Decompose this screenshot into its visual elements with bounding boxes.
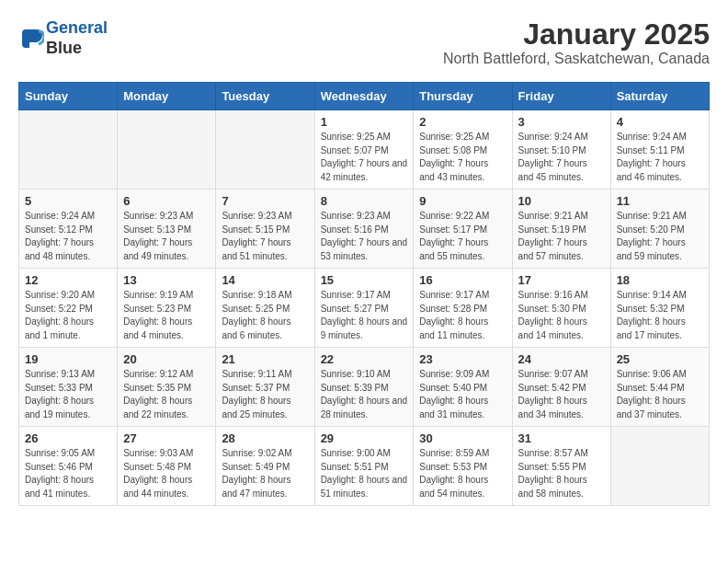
day-info: Sunrise: 9:25 AM Sunset: 5:07 PM Dayligh… <box>321 131 408 184</box>
title-block: January 2025 North Battleford, Saskatche… <box>443 18 710 67</box>
calendar-cell: 13Sunrise: 9:19 AM Sunset: 5:23 PM Dayli… <box>118 269 216 348</box>
day-number: 14 <box>222 273 308 287</box>
calendar-cell: 10Sunrise: 9:21 AM Sunset: 5:19 PM Dayli… <box>512 190 610 269</box>
day-info: Sunrise: 8:59 AM Sunset: 5:53 PM Dayligh… <box>419 447 506 500</box>
day-number: 29 <box>321 431 408 445</box>
day-info: Sunrise: 9:24 AM Sunset: 5:11 PM Dayligh… <box>617 131 703 184</box>
calendar-week-row: 19Sunrise: 9:13 AM Sunset: 5:33 PM Dayli… <box>19 348 710 427</box>
day-number: 27 <box>123 431 210 445</box>
day-number: 10 <box>518 194 605 208</box>
day-info: Sunrise: 9:21 AM Sunset: 5:19 PM Dayligh… <box>518 210 605 263</box>
weekday-header: Thursday <box>414 83 512 110</box>
day-number: 3 <box>518 115 605 129</box>
day-info: Sunrise: 9:24 AM Sunset: 5:12 PM Dayligh… <box>25 210 111 263</box>
day-number: 28 <box>222 431 308 445</box>
day-info: Sunrise: 9:14 AM Sunset: 5:32 PM Dayligh… <box>617 289 703 342</box>
day-number: 21 <box>222 352 308 366</box>
calendar-cell: 15Sunrise: 9:17 AM Sunset: 5:27 PM Dayli… <box>314 269 414 348</box>
day-number: 4 <box>617 115 703 129</box>
day-info: Sunrise: 9:03 AM Sunset: 5:48 PM Dayligh… <box>123 447 210 500</box>
day-info: Sunrise: 9:23 AM Sunset: 5:13 PM Dayligh… <box>123 210 210 263</box>
weekday-header: Monday <box>118 83 216 110</box>
day-number: 31 <box>518 431 605 445</box>
day-number: 7 <box>222 194 308 208</box>
calendar-cell: 25Sunrise: 9:06 AM Sunset: 5:44 PM Dayli… <box>610 348 709 427</box>
calendar-cell: 5Sunrise: 9:24 AM Sunset: 5:12 PM Daylig… <box>19 190 118 269</box>
day-number: 24 <box>518 352 605 366</box>
day-info: Sunrise: 9:09 AM Sunset: 5:40 PM Dayligh… <box>419 368 506 421</box>
logo-text: General Blue <box>46 18 108 58</box>
calendar-week-row: 1Sunrise: 9:25 AM Sunset: 5:07 PM Daylig… <box>19 110 710 190</box>
calendar-cell: 22Sunrise: 9:10 AM Sunset: 5:39 PM Dayli… <box>314 348 414 427</box>
day-info: Sunrise: 8:57 AM Sunset: 5:55 PM Dayligh… <box>518 447 605 500</box>
day-number: 26 <box>25 431 111 445</box>
calendar-table: SundayMondayTuesdayWednesdayThursdayFrid… <box>18 82 710 506</box>
day-info: Sunrise: 9:17 AM Sunset: 5:27 PM Dayligh… <box>321 289 408 342</box>
day-number: 5 <box>25 194 111 208</box>
day-number: 12 <box>25 273 111 287</box>
day-number: 6 <box>123 194 210 208</box>
day-info: Sunrise: 9:23 AM Sunset: 5:16 PM Dayligh… <box>321 210 408 263</box>
calendar-cell: 27Sunrise: 9:03 AM Sunset: 5:48 PM Dayli… <box>118 427 216 506</box>
calendar-cell: 21Sunrise: 9:11 AM Sunset: 5:37 PM Dayli… <box>216 348 314 427</box>
calendar-cell: 17Sunrise: 9:16 AM Sunset: 5:30 PM Dayli… <box>512 269 610 348</box>
calendar-cell <box>610 427 709 506</box>
day-number: 2 <box>419 115 506 129</box>
day-number: 1 <box>321 115 408 129</box>
day-info: Sunrise: 9:11 AM Sunset: 5:37 PM Dayligh… <box>222 368 308 421</box>
logo-line2: Blue <box>46 39 108 59</box>
day-info: Sunrise: 9:07 AM Sunset: 5:42 PM Dayligh… <box>518 368 605 421</box>
calendar-cell: 7Sunrise: 9:23 AM Sunset: 5:15 PM Daylig… <box>216 190 314 269</box>
calendar-cell: 9Sunrise: 9:22 AM Sunset: 5:17 PM Daylig… <box>414 190 512 269</box>
day-info: Sunrise: 9:12 AM Sunset: 5:35 PM Dayligh… <box>123 368 210 421</box>
calendar-header-row: SundayMondayTuesdayWednesdayThursdayFrid… <box>19 83 710 110</box>
day-number: 30 <box>419 431 506 445</box>
logo: General Blue <box>18 18 108 58</box>
day-number: 16 <box>419 273 506 287</box>
calendar-cell: 4Sunrise: 9:24 AM Sunset: 5:11 PM Daylig… <box>610 110 709 190</box>
calendar-cell: 1Sunrise: 9:25 AM Sunset: 5:07 PM Daylig… <box>314 110 414 190</box>
calendar-cell: 19Sunrise: 9:13 AM Sunset: 5:33 PM Dayli… <box>19 348 118 427</box>
day-number: 25 <box>617 352 703 366</box>
day-number: 11 <box>617 194 703 208</box>
calendar-cell: 20Sunrise: 9:12 AM Sunset: 5:35 PM Dayli… <box>118 348 216 427</box>
weekday-header: Sunday <box>19 83 118 110</box>
calendar-cell: 3Sunrise: 9:24 AM Sunset: 5:10 PM Daylig… <box>512 110 610 190</box>
calendar-cell: 12Sunrise: 9:20 AM Sunset: 5:22 PM Dayli… <box>19 269 118 348</box>
calendar-cell: 2Sunrise: 9:25 AM Sunset: 5:08 PM Daylig… <box>414 110 512 190</box>
day-info: Sunrise: 9:02 AM Sunset: 5:49 PM Dayligh… <box>222 447 308 500</box>
day-info: Sunrise: 9:06 AM Sunset: 5:44 PM Dayligh… <box>617 368 703 421</box>
weekday-header: Wednesday <box>314 83 414 110</box>
day-number: 23 <box>419 352 506 366</box>
day-number: 17 <box>518 273 605 287</box>
page-header: General Blue January 2025 North Battlefo… <box>18 18 710 67</box>
day-info: Sunrise: 9:21 AM Sunset: 5:20 PM Dayligh… <box>617 210 703 263</box>
page-subtitle: North Battleford, Saskatchewan, Canada <box>443 51 710 67</box>
day-number: 9 <box>419 194 506 208</box>
day-info: Sunrise: 9:00 AM Sunset: 5:51 PM Dayligh… <box>321 447 408 500</box>
day-info: Sunrise: 9:25 AM Sunset: 5:08 PM Dayligh… <box>419 131 506 184</box>
day-number: 19 <box>25 352 111 366</box>
day-number: 13 <box>123 273 210 287</box>
calendar-cell <box>19 110 118 190</box>
calendar-cell: 29Sunrise: 9:00 AM Sunset: 5:51 PM Dayli… <box>314 427 414 506</box>
logo-line1: General <box>46 18 108 37</box>
calendar-week-row: 12Sunrise: 9:20 AM Sunset: 5:22 PM Dayli… <box>19 269 710 348</box>
calendar-cell <box>216 110 314 190</box>
calendar-cell: 24Sunrise: 9:07 AM Sunset: 5:42 PM Dayli… <box>512 348 610 427</box>
weekday-header: Saturday <box>610 83 709 110</box>
day-info: Sunrise: 9:22 AM Sunset: 5:17 PM Dayligh… <box>419 210 506 263</box>
day-info: Sunrise: 9:24 AM Sunset: 5:10 PM Dayligh… <box>518 131 605 184</box>
day-info: Sunrise: 9:23 AM Sunset: 5:15 PM Dayligh… <box>222 210 308 263</box>
calendar-cell: 28Sunrise: 9:02 AM Sunset: 5:49 PM Dayli… <box>216 427 314 506</box>
day-number: 20 <box>123 352 210 366</box>
day-info: Sunrise: 9:16 AM Sunset: 5:30 PM Dayligh… <box>518 289 605 342</box>
page-title: January 2025 <box>443 18 710 51</box>
day-info: Sunrise: 9:13 AM Sunset: 5:33 PM Dayligh… <box>25 368 111 421</box>
calendar-cell: 31Sunrise: 8:57 AM Sunset: 5:55 PM Dayli… <box>512 427 610 506</box>
day-info: Sunrise: 9:18 AM Sunset: 5:25 PM Dayligh… <box>222 289 308 342</box>
calendar-cell <box>118 110 216 190</box>
day-number: 8 <box>321 194 408 208</box>
calendar-cell: 30Sunrise: 8:59 AM Sunset: 5:53 PM Dayli… <box>414 427 512 506</box>
calendar-week-row: 5Sunrise: 9:24 AM Sunset: 5:12 PM Daylig… <box>19 190 710 269</box>
